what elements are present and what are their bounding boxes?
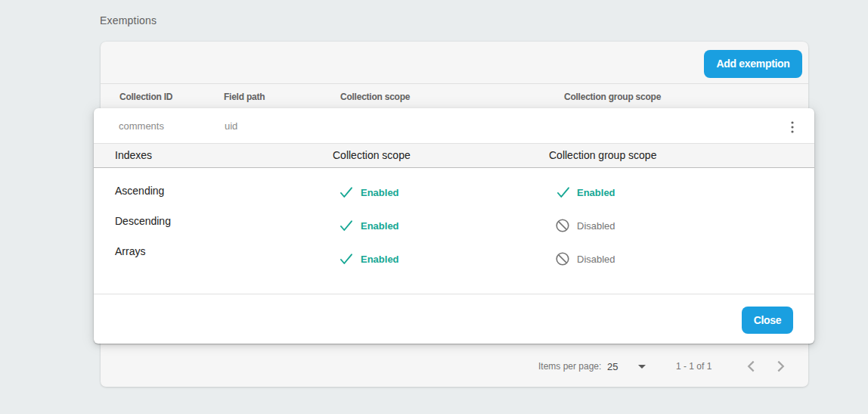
block-icon xyxy=(556,219,569,232)
more-vert-icon xyxy=(785,120,800,135)
check-icon xyxy=(339,185,352,199)
section-collection-group-scope: Collection group scope xyxy=(549,144,656,168)
check-icon xyxy=(339,252,352,266)
index-label: Ascending xyxy=(115,185,164,197)
index-label: Arrays xyxy=(115,245,145,257)
items-per-page-label: Items per page: xyxy=(538,361,601,372)
column-header-field-path: Field path xyxy=(224,84,265,111)
block-icon xyxy=(556,252,569,266)
row-menu-button[interactable] xyxy=(785,120,800,135)
block-icon xyxy=(556,219,569,232)
page-size-dropdown-icon[interactable] xyxy=(638,365,646,369)
status-text: Enabled xyxy=(361,187,399,198)
page-size-value[interactable]: 25 xyxy=(607,360,618,372)
block-icon xyxy=(556,252,569,266)
column-header-collection-scope: Collection scope xyxy=(340,84,410,111)
chevron-right-icon xyxy=(772,357,790,375)
status-text: Enabled xyxy=(361,220,399,232)
check-icon xyxy=(339,252,352,266)
table-header-row: Collection ID Field path Collection scop… xyxy=(101,84,808,111)
dialog-footer: Close xyxy=(94,294,814,344)
indexes-title: Indexes xyxy=(115,144,152,168)
exemption-field-path: uid xyxy=(225,108,237,144)
close-button[interactable]: Close xyxy=(742,307,793,334)
status-text: Enabled xyxy=(577,187,615,198)
index-label: Descending xyxy=(115,215,171,227)
column-header-collection-id: Collection ID xyxy=(119,84,172,111)
next-page-button[interactable] xyxy=(772,357,790,375)
add-exemption-button[interactable]: Add exemption xyxy=(704,50,802,78)
check-icon xyxy=(556,185,569,199)
page-title: Exemptions xyxy=(100,14,157,26)
indexes-section-header: Indexes Collection scope Collection grou… xyxy=(94,144,814,168)
check-icon xyxy=(339,219,352,232)
status-text: Enabled xyxy=(361,254,399,265)
previous-page-button[interactable] xyxy=(742,357,760,375)
check-icon xyxy=(339,219,352,232)
chevron-left-icon xyxy=(742,357,760,375)
status-text: Disabled xyxy=(577,220,615,232)
exemption-row[interactable]: comments uid xyxy=(94,108,814,144)
section-collection-scope: Collection scope xyxy=(333,144,411,168)
exemption-details-dialog: comments uid Indexes Collection scope Co… xyxy=(94,108,814,344)
page-range-label: 1 - 1 of 1 xyxy=(676,361,711,372)
exemption-collection-id: comments xyxy=(119,108,164,144)
paginator: Items per page: 25 1 - 1 of 1 xyxy=(101,346,808,387)
card-toolbar: Add exemption xyxy=(101,42,808,84)
check-icon xyxy=(339,185,352,199)
column-header-collection-group-scope: Collection group scope xyxy=(564,84,661,111)
status-text: Disabled xyxy=(577,254,615,265)
check-icon xyxy=(556,185,569,199)
